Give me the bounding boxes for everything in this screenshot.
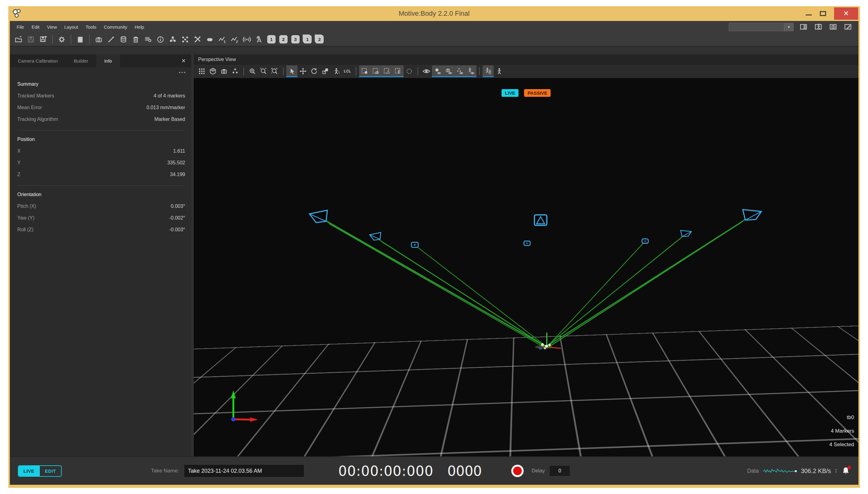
show-markers-icon[interactable] [432,65,443,77]
panel-properties-icon[interactable] [799,23,809,31]
show-skeletons-icon[interactable] [465,65,476,77]
maximize-button[interactable] [820,11,826,16]
layout-save-2-button[interactable]: 2 [315,35,324,43]
camera-view-button[interactable] [93,34,104,45]
passive-badge[interactable]: PASSIVE [524,89,551,97]
calibration-wand-button[interactable] [106,34,117,45]
cube-view-icon[interactable] [207,65,219,77]
notification-bell-icon[interactable] [841,466,850,475]
tab-camera-calibration[interactable]: Camera Calibration [10,54,66,67]
rigid-body-button[interactable] [167,34,178,45]
3d-viewport[interactable]: LIVE PASSIVE tb0 4 Markers 4 Selected [194,78,858,456]
info-row: Yaw (Y) -0.002° [17,212,185,224]
section-title: Orientation [17,192,185,197]
info-panel: Camera Calibration Builder Info ✕ ••• Su… [10,54,191,456]
row-value: 0.003° [171,204,185,209]
settings-button[interactable] [56,34,67,45]
select-markersets-mode-icon[interactable] [382,65,392,77]
tab-info[interactable]: Info [96,54,120,67]
graph-view-2-button[interactable]: 2 [229,34,240,45]
select-tool-icon[interactable] [287,65,297,77]
camera-frustum[interactable] [743,210,761,220]
snapshot-camera-icon[interactable] [219,65,229,77]
tools-button[interactable] [192,34,203,45]
delay-input[interactable] [549,465,570,476]
panel-toggle-button[interactable] [75,34,86,45]
layout-1-button[interactable]: 1 [267,35,276,43]
menu-help[interactable]: Help [131,21,148,33]
menu-community[interactable]: Community [100,21,131,33]
scene-overlay [194,78,858,456]
translate-tool-icon[interactable] [297,65,309,77]
dropdown-arrow-icon[interactable]: ▾ [784,23,793,31]
row-label: X [17,148,21,154]
scale-tool-icon[interactable] [320,65,331,77]
zoom-selection-icon[interactable] [258,65,269,77]
collapse-chevrons-icon[interactable]: ▲▼ [835,468,837,474]
open-file-button[interactable] [13,34,24,45]
tab-builder[interactable]: Builder [66,54,96,67]
info-button[interactable] [155,34,166,45]
select-skeletons-mode-icon[interactable] [392,65,404,77]
row-value: 0.013 mm/marker [147,105,185,110]
marker-set-button[interactable] [180,34,191,45]
camera-frustum[interactable] [534,215,547,225]
streaming-button[interactable] [241,34,253,45]
clear-data-button[interactable] [130,34,141,45]
take-name-input[interactable] [184,464,304,477]
broadcast-antenna-button[interactable] [254,34,265,45]
save-button[interactable] [25,34,36,45]
properties-list-button[interactable] [143,34,154,45]
data-streams-button[interactable] [118,34,129,45]
rotate-tool-icon[interactable] [309,65,320,77]
camera-frustum[interactable] [310,210,327,223]
marker-trio-icon[interactable] [229,65,241,77]
panel-cameras-icon[interactable] [829,23,838,31]
skeleton-pair-view-icon[interactable] [483,65,494,77]
layout-save-1-button[interactable]: 1 [303,35,312,43]
live-mode-button[interactable]: LIVE [19,466,39,476]
layout-2-button[interactable]: 2 [279,35,288,43]
minimize-button[interactable] [806,15,812,15]
live-edit-toggle[interactable]: LIVE EDIT [18,465,62,477]
menu-tools[interactable]: Tools [82,21,100,33]
panel-assets-icon[interactable] [814,23,823,31]
select-markers-mode-icon[interactable] [359,65,370,77]
camera-3d-icons[interactable] [310,210,761,247]
camera-frustum[interactable] [411,242,418,247]
layout-3-button[interactable]: 3 [291,35,300,43]
menu-view[interactable]: View [43,21,60,33]
lcl-toggle[interactable]: LCL [342,65,353,77]
zoom-fit-icon[interactable] [247,65,258,77]
save-as-button[interactable] [38,34,49,45]
follow-skeleton-icon[interactable] [331,65,342,77]
svg-text:2: 2 [236,39,238,43]
tag-label-button[interactable] [204,34,215,45]
panel-more-icon[interactable]: ••• [179,70,186,75]
graph-view-1-button[interactable]: 1 [217,34,228,45]
menu-file[interactable]: File [13,21,28,33]
menu-layout[interactable]: Layout [60,21,82,33]
record-button[interactable] [511,465,524,477]
live-badge[interactable]: LIVE [501,89,518,97]
grid-view-icon[interactable] [196,65,207,77]
data-rate: 306.2 KB/s [801,468,831,475]
lasso-select-icon[interactable] [404,65,415,77]
panel-edit-icon[interactable] [844,23,853,31]
menu-edit[interactable]: Edit [28,21,43,33]
panel-close-icon[interactable]: ✕ [176,54,191,67]
camera-frustum[interactable] [642,239,648,243]
camera-frustum[interactable] [681,230,691,236]
show-cameras-icon[interactable] [443,65,454,77]
camera-frustum[interactable] [370,232,381,240]
camera-frustum[interactable] [524,241,530,245]
visibility-eye-icon[interactable] [421,65,432,77]
close-button[interactable]: ✕ [834,7,858,20]
zoom-region-icon[interactable] [269,65,280,77]
select-cameras-mode-icon[interactable] [370,65,382,77]
frame-counter: 0000 [447,463,482,479]
edit-mode-button[interactable]: EDIT [39,466,61,476]
show-markersets-icon[interactable] [454,65,465,77]
skeleton-view-icon[interactable] [494,65,505,77]
workspace-dropdown[interactable]: ▾ [729,23,794,31]
